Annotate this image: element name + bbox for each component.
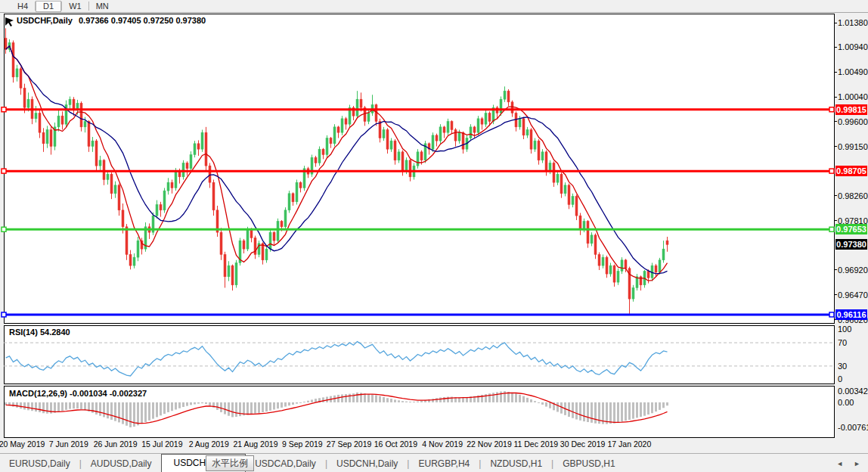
- tab-audusd[interactable]: AUDUSD,Daily: [82, 455, 161, 472]
- svg-text:1.00490: 1.00490: [838, 67, 868, 76]
- hline-handle[interactable]: [2, 169, 6, 173]
- svg-text:11 Dec 2019: 11 Dec 2019: [513, 439, 558, 449]
- svg-text:26 Jun 2019: 26 Jun 2019: [94, 439, 138, 449]
- tab-gbpusd[interactable]: GBPUSD,H1: [553, 455, 624, 472]
- svg-text:20 May 2019: 20 May 2019: [0, 439, 45, 449]
- tab-usdcnh[interactable]: USDCNH,Daily: [327, 455, 407, 472]
- svg-text:17 Jan 2020: 17 Jan 2020: [607, 439, 651, 449]
- svg-text:0.98260: 0.98260: [838, 191, 868, 200]
- quote-ohlc-label: 0.97366 0.97405 0.97250 0.97380: [79, 16, 206, 25]
- time-axis: 20 May 20197 Jun 201926 Jun 201915 Jul 2…: [0, 439, 651, 449]
- level-badge-0.99815: 0.99815: [835, 104, 867, 115]
- tab-nzdusd[interactable]: NZDUSD,H1: [481, 455, 551, 472]
- hline-handle[interactable]: [2, 312, 6, 317]
- tooltip: 水平比例: [206, 455, 254, 471]
- svg-text:0.99150: 0.99150: [838, 142, 868, 151]
- svg-text:7 Jun 2019: 7 Jun 2019: [49, 439, 88, 449]
- current-price-badge: 0.97380: [835, 239, 867, 250]
- hline-handle[interactable]: [2, 107, 6, 112]
- hline-handle[interactable]: [2, 227, 6, 231]
- symbol-period-label: USDCHF,Daily: [17, 16, 73, 25]
- hline-handle[interactable]: [829, 107, 834, 112]
- svg-text:30: 30: [838, 362, 847, 371]
- svg-text:21 Aug 2019: 21 Aug 2019: [234, 439, 278, 449]
- svg-text:27 Sep 2019: 27 Sep 2019: [327, 439, 372, 449]
- svg-text:1.00940: 1.00940: [838, 42, 868, 51]
- hline-handle[interactable]: [829, 169, 834, 173]
- tab-eurusd[interactable]: EURUSD,Daily: [0, 455, 79, 472]
- rsi-indicator-label: RSI(14) 54.2840: [9, 328, 70, 337]
- svg-text:0.003428: 0.003428: [838, 387, 868, 396]
- svg-text:0.00: 0.00: [838, 398, 854, 407]
- tab-usdcad[interactable]: USDCAD,Daily: [246, 455, 325, 472]
- svg-text:1.01380: 1.01380: [838, 18, 868, 27]
- svg-text:0.96470: 0.96470: [838, 290, 868, 300]
- svg-text:30 Dec 2019: 30 Dec 2019: [560, 439, 606, 449]
- svg-text:-0.007615: -0.007615: [838, 423, 868, 432]
- level-badge-0.96116: 0.96116: [835, 309, 867, 320]
- cursor-arrow-icon: [5, 17, 15, 30]
- svg-text:100: 100: [838, 324, 851, 334]
- svg-text:4 Nov 2019: 4 Nov 2019: [422, 439, 463, 449]
- svg-text:0.96920: 0.96920: [838, 266, 868, 275]
- chart-title: USDCHF,Daily0.97366 0.97405 0.97250 0.97…: [17, 16, 206, 25]
- tab-eurgbp[interactable]: EURGBP,H4: [409, 455, 479, 472]
- svg-text:16 Oct 2019: 16 Oct 2019: [374, 439, 417, 449]
- macd-indicator-label: MACD(12,26,9) -0.001034 -0.002327: [9, 389, 147, 398]
- svg-text:2 Aug 2019: 2 Aug 2019: [189, 439, 229, 449]
- svg-text:22 Nov 2019: 22 Nov 2019: [467, 439, 512, 449]
- hline-handle[interactable]: [829, 312, 834, 317]
- svg-text:0.99600: 0.99600: [838, 117, 868, 126]
- chart-tab-bar: EURUSD,Daily|AUDUSD,DailyUSDCHF,DailyUSD…: [0, 453, 868, 472]
- tab-scroll-left-icon[interactable]: ◄: [836, 460, 843, 467]
- tab-scroll-right-icon[interactable]: ►: [854, 460, 860, 467]
- svg-text:9 Sep 2019: 9 Sep 2019: [282, 439, 323, 449]
- hline-handle[interactable]: [829, 227, 834, 231]
- svg-text:15 Jul 2019: 15 Jul 2019: [141, 439, 182, 449]
- svg-text:70: 70: [838, 338, 847, 347]
- svg-text:0: 0: [838, 374, 842, 384]
- svg-text:1.00040: 1.00040: [838, 92, 868, 101]
- chart-canvas[interactable]: 1.013801.009401.004901.000400.996000.991…: [0, 0, 868, 472]
- level-badge-0.97653: 0.97653: [835, 224, 867, 234]
- level-badge-0.98705: 0.98705: [835, 166, 867, 176]
